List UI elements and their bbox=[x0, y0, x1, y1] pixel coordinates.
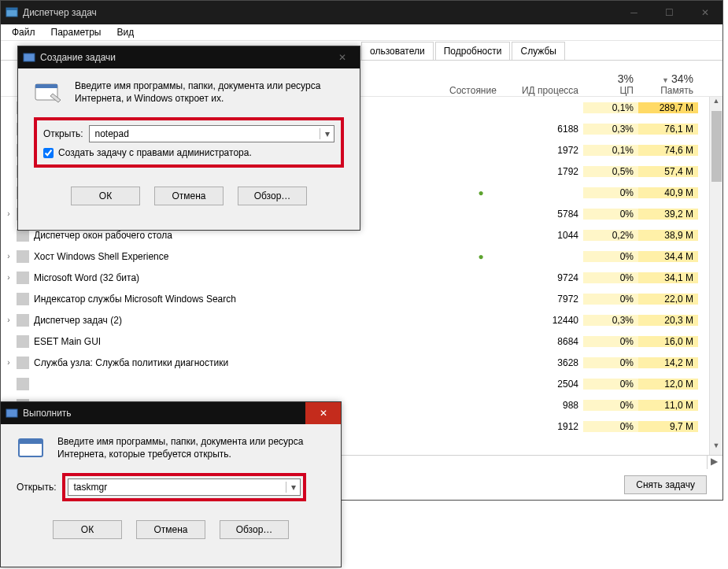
create-task-description: Введите имя программы, папки, документа … bbox=[75, 79, 344, 105]
cell-cpu: 0% bbox=[583, 336, 638, 347]
header-state[interactable]: Состояние bbox=[449, 85, 512, 96]
table-row[interactable]: Индексатор службы Microsoft Windows Sear… bbox=[1, 288, 722, 309]
taskmanager-titlebar[interactable]: Диспетчер задач ─ ☐ ✕ bbox=[1, 1, 722, 24]
open-combobox[interactable]: ▾ bbox=[89, 125, 334, 142]
create-task-close-button[interactable]: ✕ bbox=[324, 46, 360, 68]
minimize-button[interactable]: ─ bbox=[616, 1, 652, 24]
run-close-button[interactable]: ✕ bbox=[305, 402, 341, 424]
cell-pid: 12440 bbox=[512, 315, 583, 326]
vertical-scrollbar[interactable]: ▲▼ bbox=[709, 97, 722, 455]
tab-services[interactable]: Службы bbox=[512, 42, 564, 60]
svg-rect-5 bbox=[6, 409, 17, 417]
header-memory[interactable]: 34%Память bbox=[638, 72, 698, 96]
close-button[interactable]: ✕ bbox=[687, 1, 722, 24]
cell-memory: 14,2 М bbox=[638, 357, 698, 368]
cell-pid: 6188 bbox=[512, 124, 583, 135]
table-row[interactable]: ›Хост Windows Shell Experience●0%34,4 М bbox=[1, 246, 722, 267]
cell-cpu: 0,2% bbox=[583, 230, 638, 241]
cell-pid: 1912 bbox=[512, 421, 583, 432]
cell-memory: 76,1 М bbox=[638, 124, 698, 135]
menu-view[interactable]: Вид bbox=[109, 25, 142, 39]
cell-memory: 39,2 М bbox=[638, 209, 698, 220]
cell-cpu: 0% bbox=[583, 379, 638, 390]
cell-cpu: 0% bbox=[583, 251, 638, 262]
run-icon bbox=[6, 407, 18, 419]
process-name: ESET Main GUI bbox=[34, 336, 101, 347]
highlight-box: ▾ bbox=[62, 473, 306, 501]
run-title: Выполнить bbox=[23, 408, 305, 419]
run-input[interactable] bbox=[68, 482, 286, 493]
cell-memory: 34,1 М bbox=[638, 272, 698, 283]
ok-button[interactable]: ОК bbox=[71, 187, 140, 205]
cell-memory: 57,4 М bbox=[638, 166, 698, 177]
cell-pid: 8684 bbox=[512, 336, 583, 347]
process-icon bbox=[17, 378, 29, 390]
header-cpu[interactable]: 3%ЦП bbox=[583, 72, 638, 96]
chevron-down-icon[interactable]: ▾ bbox=[320, 128, 334, 139]
cell-pid: 1792 bbox=[512, 166, 583, 177]
cell-cpu: 0% bbox=[583, 400, 638, 411]
table-row[interactable]: ›Служба узла: Служба политики диагностик… bbox=[1, 352, 722, 373]
cell-pid: 1044 bbox=[512, 230, 583, 241]
menu-options[interactable]: Параметры bbox=[43, 25, 109, 39]
run-browse-button[interactable]: Обзор… bbox=[220, 520, 289, 539]
cell-pid: 5784 bbox=[512, 209, 583, 220]
process-icon bbox=[17, 335, 29, 348]
process-icon bbox=[17, 272, 29, 284]
run-cancel-button[interactable]: Отмена bbox=[136, 520, 205, 539]
expand-chevron-icon[interactable]: › bbox=[1, 358, 17, 367]
browse-button[interactable]: Обзор… bbox=[238, 187, 307, 205]
run-ok-button[interactable]: ОК bbox=[53, 520, 122, 539]
expand-chevron-icon[interactable]: › bbox=[1, 209, 17, 218]
taskmanager-icon bbox=[6, 6, 18, 19]
maximize-button[interactable]: ☐ bbox=[652, 1, 687, 24]
expand-chevron-icon[interactable]: › bbox=[1, 316, 17, 324]
run-titlebar[interactable]: Выполнить ✕ bbox=[1, 402, 341, 424]
cell-pid: 3628 bbox=[512, 357, 583, 368]
tab-users[interactable]: ользователи bbox=[361, 42, 434, 60]
end-task-button[interactable]: Снять задачу bbox=[624, 475, 707, 494]
cell-memory: 34,4 М bbox=[638, 251, 698, 262]
table-row[interactable]: ›Microsoft Word (32 бита)97240%34,1 М bbox=[1, 267, 722, 288]
process-icon bbox=[17, 357, 29, 369]
process-icon bbox=[17, 314, 29, 327]
expand-chevron-icon[interactable]: › bbox=[1, 273, 17, 282]
svg-rect-2 bbox=[24, 54, 35, 61]
create-task-title: Создание задачи bbox=[40, 52, 324, 63]
cell-memory: 16,0 М bbox=[638, 336, 698, 347]
run-description: Введите имя программы, папки, документа … bbox=[57, 435, 325, 460]
cell-pid: 1972 bbox=[512, 145, 583, 156]
process-icon bbox=[17, 250, 29, 263]
svg-rect-7 bbox=[19, 439, 42, 444]
highlight-box: Открыть: ▾ Создать задачу с правами адми… bbox=[34, 117, 344, 168]
header-pid[interactable]: ИД процесса bbox=[512, 85, 583, 96]
cell-pid: 988 bbox=[512, 400, 583, 411]
process-name: Microsoft Word (32 бита) bbox=[34, 272, 139, 283]
menu-file[interactable]: Файл bbox=[4, 25, 43, 39]
table-row[interactable]: ESET Main GUI86840%16,0 М bbox=[1, 331, 722, 352]
cell-memory: 12,0 М bbox=[638, 379, 698, 390]
open-input[interactable] bbox=[90, 128, 320, 139]
run-dialog: Выполнить ✕ Введите имя программы, папки… bbox=[0, 401, 342, 567]
process-icon bbox=[17, 293, 29, 305]
run-combobox[interactable]: ▾ bbox=[68, 478, 301, 496]
admin-checkbox[interactable] bbox=[43, 148, 54, 158]
run-open-label: Открыть: bbox=[17, 482, 56, 493]
svg-rect-4 bbox=[35, 84, 57, 88]
table-row[interactable]: 25040%12,0 М bbox=[1, 373, 722, 394]
expand-chevron-icon[interactable]: › bbox=[1, 252, 17, 260]
cell-cpu: 0,1% bbox=[583, 102, 638, 113]
cell-cpu: 0% bbox=[583, 357, 638, 368]
tab-details[interactable]: Подробности bbox=[435, 42, 511, 60]
open-label: Открыть: bbox=[43, 128, 83, 139]
cell-memory: 11,0 М bbox=[638, 400, 698, 411]
process-name: Хост Windows Shell Experience bbox=[34, 251, 168, 262]
svg-rect-1 bbox=[6, 8, 17, 10]
cancel-button[interactable]: Отмена bbox=[154, 187, 224, 205]
chevron-down-icon[interactable]: ▾ bbox=[286, 482, 300, 493]
cell-memory: 20,3 М bbox=[638, 315, 698, 326]
cell-memory: 22,0 М bbox=[638, 294, 698, 305]
run-app-icon bbox=[34, 79, 62, 105]
create-task-titlebar[interactable]: Создание задачи ✕ bbox=[18, 46, 360, 68]
table-row[interactable]: ›Диспетчер задач (2)124400,3%20,3 М bbox=[1, 309, 722, 331]
